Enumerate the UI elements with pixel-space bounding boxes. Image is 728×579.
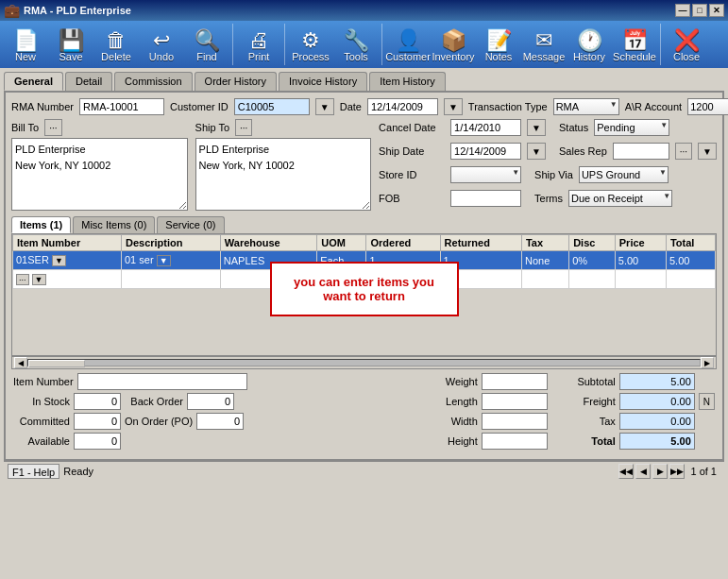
schedule-button[interactable]: 📅 Schedule (613, 27, 656, 65)
date-input[interactable] (367, 98, 438, 115)
scroll-left-button[interactable]: ◀ (14, 357, 27, 368)
sales-rep-button[interactable]: ··· (675, 143, 692, 160)
app-icon: 💼 (4, 3, 20, 18)
on-order-label: On Order (PO) (125, 416, 193, 427)
subtotal-input[interactable] (619, 373, 695, 390)
height-input[interactable] (482, 433, 548, 450)
cancel-date-dropdown[interactable]: ▼ (527, 119, 546, 136)
tab-order-history[interactable]: Order History (195, 72, 277, 91)
weight-input[interactable] (482, 373, 548, 390)
customer-id-dots-button[interactable]: ▼ (315, 98, 334, 115)
item-dropdown-btn[interactable]: ▼ (52, 255, 66, 266)
tax-input[interactable] (619, 413, 695, 430)
horizontal-scrollbar[interactable]: ◀ ▶ (11, 356, 717, 369)
tab-invoice-history[interactable]: Invoice History (279, 72, 367, 91)
process-button[interactable]: ⚙ Process (289, 27, 332, 65)
total-input[interactable] (619, 433, 695, 450)
back-order-label: Back Order (125, 396, 183, 407)
delete-icon: 🗑 (106, 30, 127, 51)
table-area: Item Number Description Warehouse UOM Or… (11, 233, 717, 356)
tab-commission[interactable]: Commission (114, 72, 193, 91)
fob-input[interactable] (450, 190, 521, 207)
ship-via-wrapper: UPS Ground (579, 166, 669, 183)
rma-number-input[interactable] (79, 98, 164, 115)
rma-number-label: RMA Number (11, 101, 74, 112)
available-input[interactable] (74, 433, 121, 450)
nav-first-button[interactable]: ◀◀ (618, 464, 634, 479)
nav-last-button[interactable]: ▶▶ (669, 464, 685, 479)
scroll-thumb[interactable] (28, 360, 85, 367)
cancel-date-input[interactable] (450, 119, 521, 136)
ship-to-address[interactable]: PLD Enterprise New York, NY 10002 (195, 138, 372, 211)
ship-date-label: Ship Date (379, 145, 445, 157)
sub-tab-service[interactable]: Service (0) (157, 216, 224, 233)
cell-tax: None (521, 251, 568, 270)
height-row: Height (436, 433, 559, 450)
bill-to-button[interactable]: ··· (44, 119, 61, 136)
ship-date-input[interactable] (450, 143, 521, 160)
close-button[interactable]: ❌ Close (665, 27, 708, 65)
save-button[interactable]: 💾 Save (49, 27, 93, 65)
new-button[interactable]: 📄 New (4, 27, 47, 65)
delete-button[interactable]: 🗑 Delete (94, 27, 138, 65)
available-row: Available (13, 433, 429, 450)
inventory-button[interactable]: 📦 Inventory (432, 27, 475, 65)
tab-detail[interactable]: Detail (65, 72, 112, 91)
transaction-type-select[interactable]: RMA (553, 98, 619, 115)
terms-select[interactable]: Due on Receipt (568, 190, 672, 207)
committed-input[interactable] (74, 413, 121, 430)
col-price: Price (615, 235, 666, 251)
customer-button[interactable]: 👤 Customer (386, 27, 430, 65)
sub-tab-items[interactable]: Items (1) (11, 216, 71, 233)
in-stock-input[interactable] (74, 393, 121, 410)
notes-button[interactable]: 📝 Notes (477, 27, 520, 65)
on-order-input[interactable] (196, 413, 244, 430)
sub-tab-misc-items[interactable]: Misc Items (0) (73, 216, 155, 233)
new-item-btn[interactable]: ··· (16, 274, 29, 285)
ship-to-label: Ship To (195, 122, 230, 133)
tab-general[interactable]: General (4, 72, 63, 91)
ar-account-wrapper: 1200 (687, 98, 728, 115)
bill-to-address[interactable]: PLD Enterprise New York, NY 10002 (11, 138, 188, 211)
ship-to-button[interactable]: ··· (235, 119, 252, 136)
length-label: Length (436, 396, 478, 407)
nav-next-button[interactable]: ▶ (652, 464, 668, 479)
nav-prev-button[interactable]: ◀ (635, 464, 651, 479)
history-button[interactable]: 🕐 History (567, 27, 611, 65)
find-button[interactable]: 🔍 Find (185, 27, 229, 65)
message-button[interactable]: ✉ Message (522, 27, 566, 65)
undo-button[interactable]: ↩ Undo (140, 27, 183, 65)
scroll-right-button[interactable]: ▶ (701, 357, 714, 368)
store-id-select[interactable] (450, 166, 521, 183)
scroll-track[interactable] (27, 359, 701, 366)
customer-id-input[interactable] (234, 98, 310, 115)
freight-input[interactable] (619, 393, 695, 410)
customer-icon: 👤 (396, 30, 421, 51)
desc-dropdown-btn[interactable]: ▼ (157, 255, 171, 266)
notes-label: Notes (485, 51, 513, 62)
ship-via-select[interactable]: UPS Ground (579, 166, 669, 183)
save-label: Save (59, 51, 82, 62)
new-item-dropdown-btn[interactable]: ▼ (32, 274, 46, 285)
ship-via-label: Ship Via (534, 169, 573, 180)
minimize-button[interactable]: — (675, 4, 690, 17)
length-input[interactable] (482, 393, 548, 410)
width-input[interactable] (482, 413, 548, 430)
ship-date-dropdown[interactable]: ▼ (527, 143, 546, 160)
close-window-button[interactable]: ✕ (709, 4, 724, 17)
freight-n-button[interactable]: N (699, 393, 715, 410)
tools-icon: 🔧 (344, 30, 369, 51)
sales-rep-dropdown[interactable]: ▼ (698, 143, 717, 160)
status-select[interactable]: Pending (594, 119, 669, 136)
item-number-input[interactable] (77, 373, 247, 390)
date-dropdown-button[interactable]: ▼ (444, 98, 463, 115)
maximize-button[interactable]: □ (692, 4, 707, 17)
back-order-input[interactable] (187, 393, 234, 410)
tools-button[interactable]: 🔧 Tools (334, 27, 378, 65)
sales-rep-input[interactable] (613, 143, 669, 160)
print-label: Print (248, 51, 270, 62)
tab-item-history[interactable]: Item History (369, 72, 446, 91)
ar-account-select[interactable]: 1200 (687, 98, 728, 115)
print-button[interactable]: 🖨 Print (237, 27, 280, 65)
total-label: Total (567, 435, 616, 447)
